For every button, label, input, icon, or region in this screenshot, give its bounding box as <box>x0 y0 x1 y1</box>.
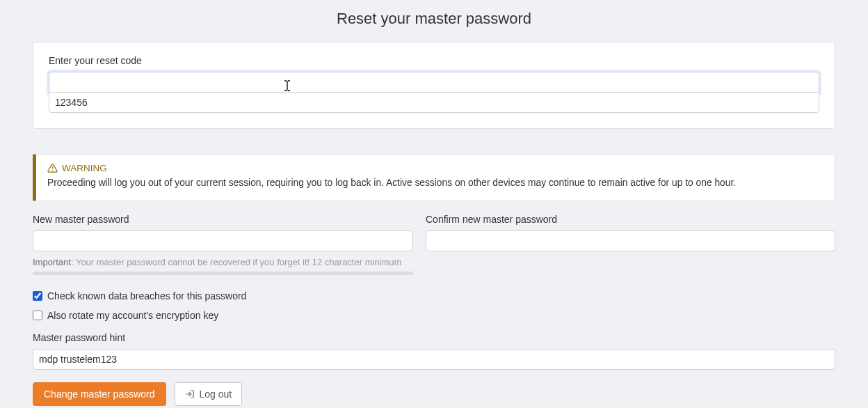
password-strength-bar <box>33 272 413 275</box>
confirm-password-input[interactable] <box>426 230 835 251</box>
new-password-input[interactable] <box>33 230 413 251</box>
new-password-label: New master password <box>33 214 413 225</box>
warning-panel: WARNING Proceeding will log you out of y… <box>33 154 835 201</box>
warning-icon <box>47 163 58 173</box>
hint-label: Master password hint <box>33 332 835 343</box>
hint-input[interactable] <box>33 349 835 370</box>
rotate-key-row[interactable]: Also rotate my account's encryption key <box>33 310 835 321</box>
rotate-key-label: Also rotate my account's encryption key <box>47 310 218 321</box>
page-title: Reset your master password <box>0 0 868 42</box>
reset-code-input[interactable] <box>49 72 819 93</box>
change-password-button[interactable]: Change master password <box>33 382 166 406</box>
logout-icon <box>185 389 195 399</box>
reset-code-card: Enter your reset code <box>33 42 835 129</box>
reset-code-label: Enter your reset code <box>49 55 819 66</box>
logout-button-label: Log out <box>200 389 232 400</box>
rotate-key-checkbox[interactable] <box>33 311 42 320</box>
breach-check-label: Check known data breaches for this passw… <box>47 290 246 301</box>
warning-body-text: Proceeding will log you out of your curr… <box>47 176 823 191</box>
breach-check-row[interactable]: Check known data breaches for this passw… <box>33 290 835 301</box>
confirm-password-label: Confirm new master password <box>426 214 835 225</box>
breach-checkbox[interactable] <box>33 291 42 301</box>
new-password-helper: Important: Your master password cannot b… <box>33 257 413 267</box>
logout-button[interactable]: Log out <box>175 382 243 406</box>
warning-title-text: WARNING <box>62 163 107 173</box>
reset-code-suggestion[interactable] <box>49 92 819 113</box>
